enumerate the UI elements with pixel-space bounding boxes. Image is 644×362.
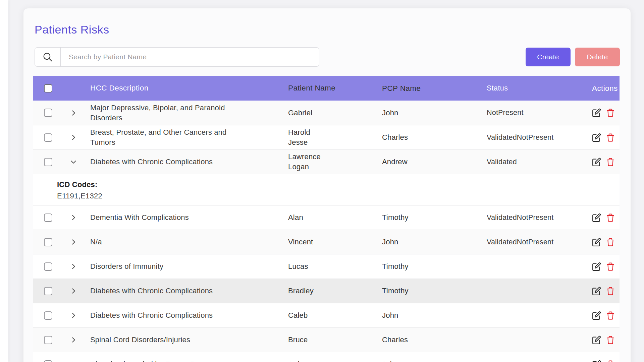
- pcp-name: Timothy: [382, 262, 487, 271]
- edit-icon[interactable]: [592, 360, 601, 362]
- chevron-right-icon[interactable]: [70, 336, 77, 344]
- chevron-down-icon[interactable]: [70, 158, 77, 166]
- edit-icon[interactable]: [592, 336, 601, 345]
- delete-button[interactable]: Delete: [575, 48, 620, 66]
- action-buttons: Create Delete: [526, 48, 620, 66]
- patient-name: Gabriel: [288, 108, 382, 118]
- patient-name: Arthur: [288, 359, 382, 362]
- table-row[interactable]: N/a Vincent John ValidatedNotPresent: [33, 230, 620, 254]
- patient-name: Alan: [288, 213, 382, 223]
- patient-name: Bradley: [288, 286, 382, 296]
- edit-icon[interactable]: [592, 262, 601, 271]
- patient-name: Harold Jesse: [288, 127, 382, 147]
- column-header-hcc: HCC Description: [90, 83, 288, 93]
- pcp-name: Timothy: [382, 287, 487, 295]
- row-checkbox[interactable]: [44, 360, 52, 362]
- pcp-name: John: [382, 238, 487, 246]
- status-text: NotPresent: [487, 109, 592, 117]
- chevron-right-icon[interactable]: [70, 214, 77, 221]
- trash-icon[interactable]: [606, 108, 615, 117]
- edit-icon[interactable]: [592, 108, 601, 117]
- patient-name: Vincent: [288, 237, 382, 247]
- column-header-status: Status: [487, 84, 592, 93]
- status-text: Validated: [487, 158, 592, 166]
- row-checkbox[interactable]: [44, 287, 52, 295]
- pcp-name: Timothy: [382, 213, 487, 222]
- trash-icon[interactable]: [606, 158, 615, 167]
- status-text: ValidatedNotPresent: [487, 133, 592, 142]
- page-title: Patients Risks: [35, 23, 620, 36]
- patient-name: Lucas: [288, 261, 382, 272]
- search-icon: [35, 48, 61, 66]
- table-row[interactable]: Major Depressive, Bipolar, and Paranoid …: [33, 101, 620, 125]
- chevron-right-icon[interactable]: [70, 312, 77, 319]
- trash-icon[interactable]: [606, 213, 615, 222]
- table-body: Major Depressive, Bipolar, and Paranoid …: [33, 101, 620, 362]
- patient-name: Lawrence Logan: [288, 152, 382, 172]
- create-button[interactable]: Create: [526, 48, 571, 66]
- trash-icon[interactable]: [606, 262, 615, 271]
- row-checkbox[interactable]: [44, 238, 52, 246]
- edit-icon[interactable]: [592, 287, 601, 296]
- table-row[interactable]: Chronic Ulcer of Skin, Except Pressure A…: [33, 352, 620, 362]
- hcc-description: Diabetes with Chronic Complications: [90, 157, 213, 167]
- table-row[interactable]: Dementia With Complications Alan Timothy…: [33, 205, 620, 230]
- row-checkbox[interactable]: [44, 158, 52, 166]
- pcp-name: Andrew: [382, 158, 487, 166]
- trash-icon[interactable]: [606, 311, 615, 320]
- hcc-description: Disorders of Immunity: [90, 261, 163, 272]
- pcp-name: John: [382, 311, 487, 320]
- trash-icon[interactable]: [606, 238, 615, 247]
- pcp-name: John: [382, 109, 487, 117]
- chevron-right-icon[interactable]: [70, 287, 77, 295]
- edit-icon[interactable]: [592, 158, 601, 167]
- trash-icon[interactable]: [606, 287, 615, 296]
- icd-codes-label: ICD Codes:: [57, 180, 620, 189]
- select-all-checkbox[interactable]: [44, 84, 52, 93]
- table-row[interactable]: Diabetes with Chronic Complications Lawr…: [33, 149, 620, 174]
- edit-icon[interactable]: [592, 311, 601, 320]
- patients-risks-table: HCC Description Patient Name PCP Name St…: [33, 76, 620, 362]
- hcc-description: Diabetes with Chronic Complications: [90, 286, 213, 296]
- table-row[interactable]: Breast, Prostate, and Other Cancers and …: [33, 125, 620, 149]
- hcc-description: N/a: [90, 237, 102, 247]
- hcc-description: Breast, Prostate, and Other Cancers and …: [90, 127, 238, 147]
- trash-icon[interactable]: [606, 360, 615, 362]
- search-input[interactable]: [61, 48, 319, 66]
- column-header-actions: Actions: [592, 84, 620, 93]
- row-checkbox[interactable]: [44, 262, 52, 271]
- column-header-patient: Patient Name: [288, 83, 382, 93]
- edit-icon[interactable]: [592, 238, 601, 247]
- table-row[interactable]: Disorders of Immunity Lucas Timothy: [33, 254, 620, 279]
- patient-name: Bruce: [288, 335, 382, 345]
- row-checkbox[interactable]: [44, 336, 52, 344]
- edit-icon[interactable]: [592, 133, 601, 142]
- hcc-description: Major Depressive, Bipolar, and Paranoid …: [90, 103, 238, 123]
- search-box[interactable]: [35, 47, 319, 67]
- row-checkbox[interactable]: [44, 311, 52, 320]
- chevron-right-icon[interactable]: [70, 361, 77, 362]
- icd-codes-detail: ICD Codes:E1191,E1322: [33, 174, 620, 205]
- table-row[interactable]: Spinal Cord Disorders/Injuries Bruce Cha…: [33, 327, 620, 352]
- hcc-description: Diabetes with Chronic Complications: [90, 310, 213, 320]
- pcp-name: John: [382, 360, 487, 362]
- icd-codes-value: E1191,E1322: [57, 192, 620, 200]
- row-checkbox[interactable]: [44, 109, 52, 117]
- trash-icon[interactable]: [606, 336, 615, 345]
- trash-icon[interactable]: [606, 133, 615, 142]
- edit-icon[interactable]: [592, 213, 601, 222]
- column-header-pcp: PCP Name: [382, 84, 487, 93]
- table-row[interactable]: Diabetes with Chronic Complications Cale…: [33, 303, 620, 327]
- chevron-right-icon[interactable]: [70, 263, 77, 270]
- chevron-right-icon[interactable]: [70, 238, 77, 246]
- chevron-right-icon[interactable]: [70, 109, 77, 117]
- patients-risks-card: Patients Risks Create Delete HCC Descrip…: [23, 8, 631, 362]
- table-row[interactable]: Diabetes with Chronic Complications Brad…: [33, 279, 620, 303]
- row-checkbox[interactable]: [44, 133, 52, 142]
- status-text: ValidatedNotPresent: [487, 238, 592, 246]
- status-text: ValidatedNotPresent: [487, 214, 592, 222]
- chevron-right-icon[interactable]: [70, 134, 77, 141]
- controls-bar: Create Delete: [35, 47, 620, 67]
- row-checkbox[interactable]: [44, 214, 52, 222]
- pcp-name: Charles: [382, 133, 487, 142]
